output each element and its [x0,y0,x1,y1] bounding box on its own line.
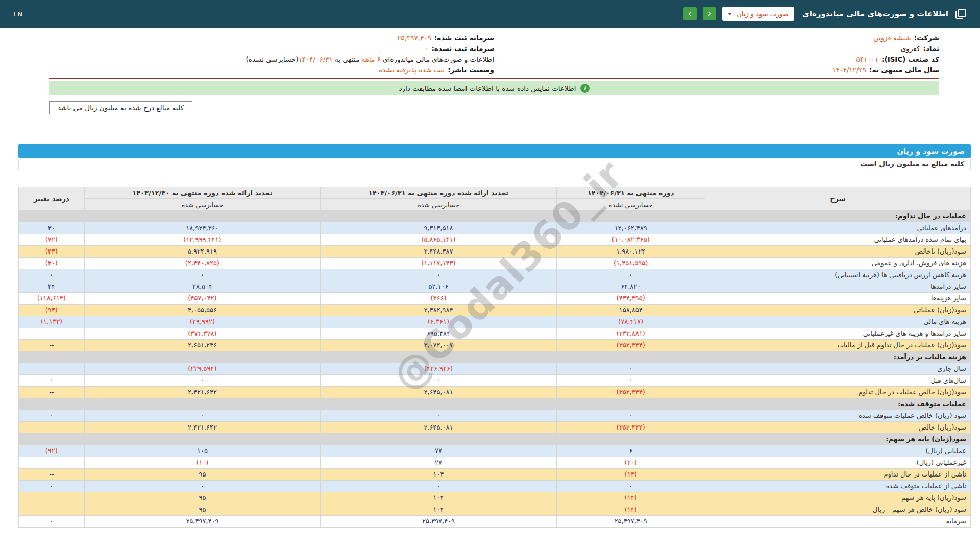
table-row: سال‌های قبل۰۰۰۰ [19,375,971,387]
section-row: سود(زیان) پایه هر سهم: [19,434,971,445]
percent-change-value: -- [19,504,85,516]
row-label: سود(زیان) عملیاتی [705,305,970,316]
percent-change-value: ۰ [19,516,85,528]
table-row: ناشی از عملیات متوقف شده۰۰۰۰ [19,481,971,492]
annual-period-value: ۱۰۵ [84,445,321,457]
income-statement-tbody: عملیات در حال تداوم:درآمدهای عملیاتی۱۲,۰… [19,211,971,528]
company-info-section: شرکت:شیشه قزویننماد:کقزویکد صنعت (ISIC):… [0,28,980,114]
prior-period-value: (۴۲۶,۹۲۶) [321,363,557,375]
info-label: سرمایه ثبت نشده: [431,44,494,53]
info-highlight: ۱۴۰۴/۰۶/۳۱ [299,55,333,63]
percent-change-value: ۳۰ [19,222,85,234]
copy-report-icon[interactable] [954,8,967,20]
annual-period-value: ۲,۶۵۱,۲۳۶ [84,340,321,352]
table-row: سود(زیان) پایه هر سهم(۱۴)۱۰۴۹۵-- [19,492,971,504]
table-row: غیرعملیاتی (ریال)(۲۰)۲۷(۱۰)-- [19,457,971,469]
currency-unit-box: کلیه مبالغ درج شده به میلیون ریال می باش… [49,101,192,114]
col-header-prior-period: تجدید ارائه شده دوره منتهی به ۱۴۰۳/۰۶/۳۱ [321,187,557,199]
current-period-value: (۱۴) [556,492,705,504]
annual-period-value: (۲۲۹,۵۹۴) [84,363,321,375]
section-title: عملیات در حال تداوم: [705,211,970,222]
income-statement-table: شرح دوره منتهی به ۱۴۰۴/۰۶/۳۱ تجدید ارائه… [18,187,971,528]
company-info-left-column: سرمایه ثبت شده:۲۵,۳۹۷,۴۰۹سرمایه ثبت نشده… [49,33,494,76]
table-row: سود(زیان) خالص(۳۵۲,۴۴۴)۲,۶۴۵,۰۸۱۲,۴۲۱,۶۴… [19,422,971,434]
current-period-value: ۰ [556,481,705,492]
table-row: سود(زیان) عملیات در حال تداوم قبل از مال… [19,340,971,352]
prior-period-value: (۱,۱۱۷,۱۴۳) [321,258,557,269]
row-label: سود (زیان) خالص هر سهم – ریال [705,504,970,516]
percent-change-value: -- [19,422,85,434]
company-info-row: نماد:کقزوی [494,43,939,54]
top-bar: اطلاعات و صورت‌های مالی میاندوره‌ای صورت… [0,0,980,28]
col-subheader-prior-audit: حسابرسی شده [321,199,557,211]
current-period-value: ۰ [556,375,705,387]
section-title: هزینه مالیات بر درآمد: [705,352,970,363]
annual-period-value: ۰ [84,269,321,281]
info-value: ۵۴۱۰۰۱ [856,55,879,63]
info-icon: i [580,84,590,93]
prior-period-value: ۹,۳۱۳,۵۱۸ [321,222,557,234]
company-info-row: وضعیت ناشر:ثبت شده پذیرفته نشده [49,65,494,76]
empty-cell [321,434,557,445]
current-period-value: ۱,۹۸۰,۱۲۴ [556,246,705,258]
col-subheader-current-audit: حسابرسی نشده [556,199,705,211]
info-label: وضعیت ناشر: [448,66,494,74]
company-info-row: اطلاعات و صورت‌های مالی میاندوره‌ای ۶ ما… [49,54,494,65]
table-row: سود(زیان) عملیاتی۱۵۸,۸۵۴۲,۳۸۲,۹۸۴۳,۰۵۵,۵… [19,305,971,316]
table-row: بهای تمام شده درآمدهای عملیاتی(۱۰,۰۸۲,۳۶… [19,234,971,246]
chevron-right-icon [706,11,713,17]
annual-period-value: (۳۷۴,۳۲۸) [84,328,321,340]
prior-period-value: (۳۶۶) [321,293,557,305]
percent-change-value: (۴۳) [19,246,85,258]
row-label: درآمدهای عملیاتی [705,222,970,234]
percent-change-value: ۰ [19,410,85,422]
col-subheader-annual-audit: حسابرسی شده [84,199,321,211]
row-label: سال جاری [705,363,970,375]
info-value: ۰ [425,44,428,53]
row-label: هزینه های فروش، اداری و عمومی [705,258,970,269]
company-info-row: شرکت:شیشه قزوین [494,33,939,43]
empty-cell [19,434,85,445]
info-label: کد صنعت (ISIC): [881,55,939,63]
statement-type-dropdown[interactable]: صورت سود و زیان [722,7,794,21]
percent-change-value: -- [19,328,85,340]
current-period-value: (۱۴) [556,469,705,481]
current-period-value: (۳۵۲,۴۴۴) [556,387,705,398]
info-value[interactable]: شیشه قزوین [873,34,911,42]
info-value: کقزوی [901,44,920,53]
prior-period-value: ۲,۶۴۵,۰۸۱ [321,422,557,434]
prior-period-value: (۶,۳۶۱) [321,316,557,328]
row-label: غیرعملیاتی (ریال) [705,457,970,469]
section-title: سود(زیان) پایه هر سهم: [705,434,970,445]
previous-report-button[interactable] [683,7,697,20]
table-row: سود (زیان) خالص هر سهم – ریال(۱۴)۱۰۴۹۵-- [19,504,971,516]
annual-period-value: (۲۹,۹۹۲) [84,316,321,328]
table-row: درآمدهای عملیاتی۱۲,۰۶۲,۴۸۹۹,۳۱۳,۵۱۸۱۸,۹۲… [19,222,971,234]
company-info-row: سرمایه ثبت شده:۲۵,۳۹۷,۴۰۹ [49,33,494,43]
language-toggle-en[interactable]: EN [13,10,22,18]
current-period-value: ۶۴,۸۲۰ [556,281,705,293]
info-label: سرمایه ثبت شده: [434,34,494,42]
row-label: عملیاتی (ریال) [705,445,970,457]
next-report-button[interactable] [703,7,716,20]
row-label: سود(زیان) ناخالص [705,246,970,258]
annual-period-value: ۲,۴۲۱,۶۴۲ [84,422,321,434]
prior-period-value: ۱۰۴ [321,469,557,481]
empty-cell [556,434,705,445]
percent-change-value: (۹۲) [19,445,85,457]
current-period-value: (۴۳۲,۸۸۱) [556,328,705,340]
statement-type-value: صورت سود و زیان [737,10,789,18]
col-header-annual-period: تجدید ارائه شده دوره منتهی به ۱۴۰۳/۱۲/۳۰ [84,187,321,199]
company-info-row: کد صنعت (ISIC):۵۴۱۰۰۱ [494,54,939,65]
company-info-right-column: شرکت:شیشه قزویننماد:کقزویکد صنعت (ISIC):… [494,33,939,76]
company-info-grid: شرکت:شیشه قزویننماد:کقزویکد صنعت (ISIC):… [49,33,939,79]
row-label: هزینه کاهش ارزش دریافتنی ها (هزینه استثن… [705,269,970,281]
report-controls: اطلاعات و صورت‌های مالی میاندوره‌ای صورت… [683,7,967,21]
empty-cell [321,211,557,222]
section-row: عملیات در حال تداوم: [19,211,971,222]
row-label: سود(زیان) خالص عملیات در حال تداوم [705,387,970,398]
col-header-percent-change: درصد تغییر [19,187,85,211]
col-header-current-period: دوره منتهی به ۱۴۰۴/۰۶/۳۱ [556,187,705,199]
annual-period-value: ۹۵ [84,469,321,481]
percent-change-value: (۱,۱۳۳) [19,316,85,328]
